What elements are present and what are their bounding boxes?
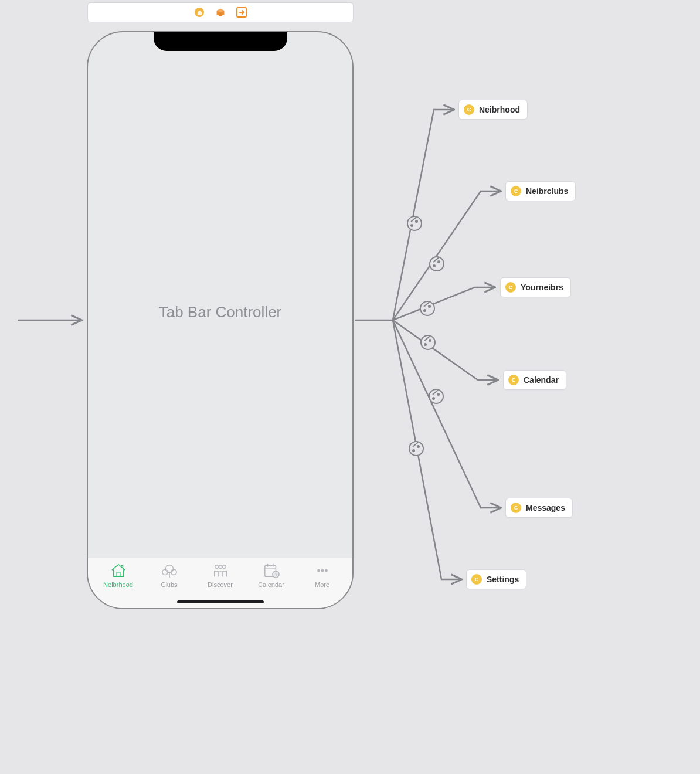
segue-node[interactable] — [420, 335, 436, 350]
destination-label: Neibrhood — [479, 105, 520, 114]
toolbar-exit-icon[interactable] — [236, 7, 247, 18]
toolbar-circle-icon[interactable] — [194, 7, 205, 18]
destination-yourneibrs[interactable]: C Yourneibrs — [500, 277, 571, 297]
tab-label: Neibrhood — [103, 581, 133, 588]
controller-icon: C — [464, 104, 474, 115]
destination-label: Yourneibrs — [521, 283, 563, 292]
destination-label: Calendar — [524, 375, 559, 385]
phone-frame: Tab Bar Controller Neibrhood — [87, 31, 354, 609]
segue-node[interactable] — [429, 389, 444, 404]
tab-more[interactable]: More — [297, 562, 348, 608]
house-icon — [110, 562, 127, 579]
tab-label: Calendar — [258, 581, 284, 588]
svg-point-4 — [165, 565, 173, 573]
controller-icon: C — [508, 375, 519, 385]
controller-icon: C — [505, 282, 516, 293]
scene-toolbar — [87, 2, 354, 22]
tab-label: Discover — [208, 581, 233, 588]
home-indicator — [177, 600, 264, 603]
segue-node[interactable] — [407, 216, 422, 231]
toolbar-cube-icon[interactable] — [215, 7, 226, 18]
controller-title: Tab Bar Controller — [88, 303, 352, 321]
segue-node[interactable] — [420, 301, 435, 316]
svg-rect-3 — [117, 572, 120, 576]
svg-point-16 — [317, 569, 320, 572]
segue-node[interactable] — [429, 256, 444, 271]
people-icon — [212, 562, 229, 579]
destination-settings[interactable]: C Settings — [466, 569, 526, 589]
controller-icon: C — [511, 186, 521, 196]
destination-label: Settings — [487, 575, 519, 584]
svg-point-10 — [222, 565, 226, 569]
svg-point-8 — [215, 565, 218, 569]
svg-point-18 — [325, 569, 328, 572]
destination-neibrhood[interactable]: C Neibrhood — [458, 100, 528, 120]
controller-icon: C — [511, 503, 521, 513]
destination-neibrclubs[interactable]: C Neibrclubs — [505, 181, 576, 201]
tab-label: More — [315, 581, 329, 588]
destination-label: Messages — [526, 503, 565, 512]
tab-label: Clubs — [161, 581, 177, 588]
destination-label: Neibrclubs — [526, 186, 568, 196]
tab-neibrhood[interactable]: Neibrhood — [93, 562, 144, 608]
svg-point-9 — [219, 565, 222, 569]
destination-messages[interactable]: C Messages — [505, 498, 573, 518]
destination-calendar[interactable]: C Calendar — [503, 370, 566, 390]
controller-icon: C — [471, 574, 482, 585]
clubs-icon — [161, 562, 178, 579]
more-icon — [314, 562, 331, 579]
calendar-icon — [263, 562, 280, 579]
segue-node[interactable] — [409, 441, 424, 456]
svg-point-17 — [321, 569, 324, 572]
svg-rect-2 — [197, 12, 201, 15]
phone-notch — [154, 32, 287, 51]
